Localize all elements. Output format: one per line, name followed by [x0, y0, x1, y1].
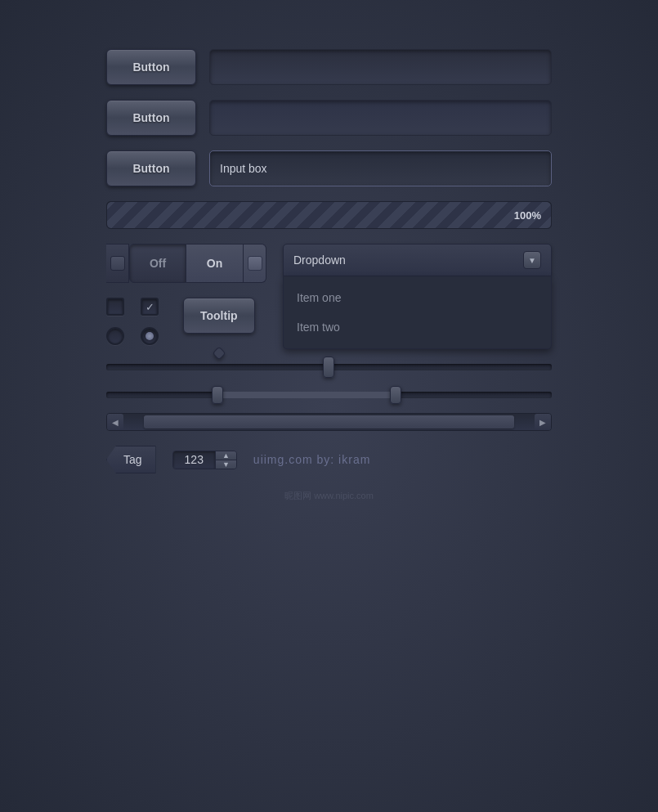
dropdown-label: Dropdown [293, 253, 346, 267]
slider-single-row [106, 364, 552, 370]
range-handle-left[interactable] [212, 386, 223, 404]
toggle-indicator-off [106, 244, 129, 283]
slider-range-row [106, 392, 552, 398]
input-2[interactable] [209, 100, 552, 136]
row-2: Button [106, 100, 552, 136]
row-1: Button [106, 49, 552, 85]
radio-2[interactable] [141, 327, 159, 345]
toggle-group: Off On [106, 244, 266, 283]
spinner-buttons: ▲ ▼ [216, 451, 236, 469]
slider-single-handle[interactable] [323, 357, 334, 378]
scrollbar-track [123, 414, 535, 430]
watermark: 昵图网 www.nipic.com [284, 490, 374, 502]
dropdown-header[interactable]: Dropdown ▼ [283, 244, 552, 276]
spinner-down-btn[interactable]: ▼ [216, 460, 236, 469]
scrollbar-left-btn[interactable]: ◀ [107, 414, 123, 430]
tag-element[interactable]: Tag [106, 446, 156, 473]
button-1[interactable]: Button [106, 49, 196, 85]
spinner-up-btn[interactable]: ▲ [216, 451, 236, 460]
range-fill [217, 392, 396, 398]
spinner-value: 123 [173, 451, 216, 469]
footer-text: uiimg.com by: ikram [253, 453, 370, 466]
scrollbar-right-btn[interactable]: ▶ [535, 414, 551, 430]
checkbox-1[interactable] [106, 298, 124, 316]
number-spinner: 123 ▲ ▼ [172, 451, 237, 469]
button-2[interactable]: Button [106, 100, 196, 136]
toggle-on-dot [248, 256, 262, 271]
tooltip-wrapper: Tooltip [183, 298, 255, 334]
slider-range-track [106, 392, 552, 398]
slider-single-track [106, 364, 552, 370]
scrollbar: ◀ ▶ [106, 413, 552, 431]
row-3: Button [106, 150, 552, 186]
dropdown-arrow-icon[interactable]: ▼ [523, 251, 541, 269]
dropdown-list: Item one Item two [283, 276, 552, 349]
toggle-on-button[interactable]: On [186, 244, 244, 283]
checkbox-2[interactable] [141, 298, 159, 316]
dropdown-item-1[interactable]: Item one [284, 283, 551, 312]
toggle-indicator-on [244, 244, 266, 283]
bottom-row: Tag 123 ▲ ▼ uiimg.com by: ikram [106, 446, 552, 473]
dropdown-container: Dropdown ▼ Item one Item two [283, 244, 552, 349]
left-controls: Off On [106, 244, 266, 345]
radio-1[interactable] [106, 327, 124, 345]
checkboxes-radios [106, 298, 159, 345]
toggle-dropdown-row: Off On [106, 244, 552, 349]
scrollbar-thumb[interactable] [144, 415, 514, 428]
range-handle-right[interactable] [390, 386, 401, 404]
input-3[interactable] [209, 150, 552, 186]
progress-fill: 100% [107, 202, 551, 228]
button-3[interactable]: Button [106, 150, 196, 186]
dropdown-item-2[interactable]: Item two [284, 312, 551, 342]
tooltip-bubble [212, 347, 226, 361]
tooltip-button[interactable]: Tooltip [183, 298, 255, 334]
progress-label: 100% [514, 209, 541, 222]
checkbox-row [106, 298, 159, 316]
input-1[interactable] [209, 49, 552, 85]
checks-tooltip-row: Tooltip [106, 298, 266, 345]
toggle-off-button[interactable]: Off [129, 244, 186, 283]
toggle-off-dot [110, 256, 125, 271]
radio-row [106, 327, 159, 345]
progress-bar: 100% [106, 201, 552, 229]
